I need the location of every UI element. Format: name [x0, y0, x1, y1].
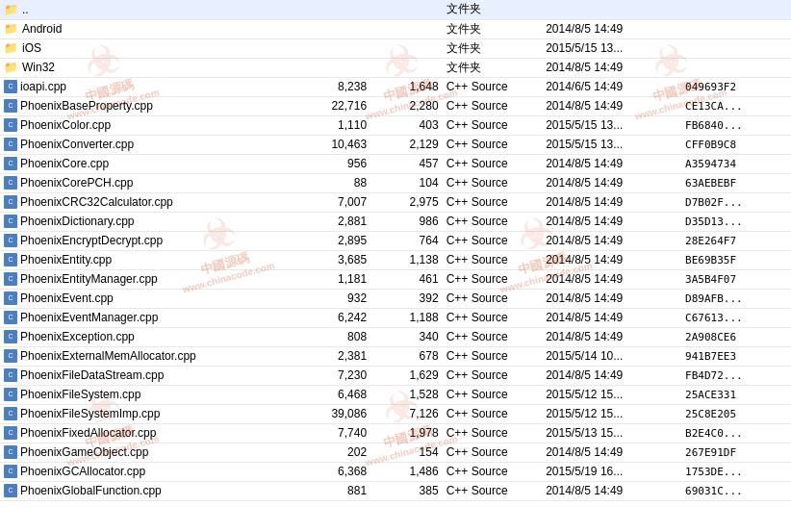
file-date-cell: 2014/8/5 14:49: [542, 443, 681, 462]
file-type-cell: 文件夹: [443, 38, 543, 58]
cpp-icon: C: [4, 80, 17, 93]
table-row[interactable]: CPhoenixEncryptDecrypt.cpp2,895764C++ So…: [0, 231, 791, 250]
file-date-cell: 2015/5/13 15...: [542, 423, 681, 443]
file-compressed-size-cell: 403: [370, 115, 443, 135]
file-size-cell: 1,110: [299, 115, 371, 135]
folder-icon: 📁: [4, 61, 18, 74]
file-size-cell: 808: [299, 327, 371, 346]
file-size-cell: 2,881: [299, 212, 371, 231]
file-name-cell: CPhoenixBaseProperty.cpp: [0, 96, 299, 115]
file-name: PhoenixFileSystem.cpp: [20, 388, 140, 401]
file-hash-cell: 25ACE331: [681, 385, 791, 404]
table-row[interactable]: CPhoenixFixedAllocator.cpp7,7401,978C++ …: [0, 423, 791, 443]
file-name-cell: CPhoenixExternalMemAllocator.cpp: [0, 346, 299, 366]
file-size-cell: 39,086: [299, 404, 371, 423]
table-row[interactable]: CPhoenixEventManager.cpp6,2421,188C++ So…: [0, 308, 791, 327]
table-row[interactable]: CPhoenixFileSystem.cpp6,4681,528C++ Sour…: [0, 385, 791, 404]
file-compressed-size-cell: 461: [370, 269, 443, 289]
file-compressed-size-cell: 1,188: [370, 308, 443, 327]
file-compressed-size-cell: 2,280: [370, 96, 443, 115]
table-row[interactable]: CPhoenixEntityManager.cpp1,181461C++ Sou…: [0, 269, 791, 289]
file-hash-cell: 25C8E205: [681, 404, 791, 423]
file-name: PhoenixCore.cpp: [20, 157, 109, 170]
file-date-cell: 2015/5/15 13...: [542, 135, 681, 154]
folder-icon: 📁: [4, 41, 18, 55]
file-size-cell: [299, 0, 371, 19]
table-row[interactable]: CPhoenixCRC32Calculator.cpp7,0072,975C++…: [0, 192, 791, 212]
file-name-cell: CPhoenixFixedAllocator.cpp: [0, 423, 299, 443]
table-row[interactable]: 📁..文件夹: [0, 0, 791, 19]
file-date-cell: 2014/8/5 14:49: [542, 58, 681, 77]
cpp-icon: C: [4, 234, 17, 247]
file-date-cell: 2014/8/5 14:49: [542, 231, 681, 250]
file-name: PhoenixException.cpp: [20, 330, 135, 343]
file-type-cell: C++ Source: [443, 481, 543, 500]
table-row[interactable]: CPhoenixExternalMemAllocator.cpp2,381678…: [0, 346, 791, 366]
file-size-cell: 956: [299, 154, 371, 173]
file-name-cell: 📁Win32: [0, 58, 299, 77]
file-date-cell: 2014/8/5 14:49: [542, 212, 681, 231]
file-size-cell: 3,685: [299, 250, 371, 269]
file-date-cell: 2014/8/5 14:49: [542, 96, 681, 115]
file-type-cell: C++ Source: [443, 327, 543, 346]
table-row[interactable]: CPhoenixCorePCH.cpp88104C++ Source2014/8…: [0, 173, 791, 192]
file-size-cell: 88: [299, 173, 371, 192]
file-date-cell: 2014/8/5 14:49: [542, 19, 681, 38]
file-name: Android: [22, 22, 62, 36]
file-size-cell: [299, 38, 371, 58]
file-name: PhoenixExternalMemAllocator.cpp: [20, 349, 196, 363]
file-compressed-size-cell: 1,648: [370, 77, 443, 96]
file-compressed-size-cell: 385: [370, 481, 443, 500]
file-compressed-size-cell: 678: [370, 346, 443, 366]
file-type-cell: C++ Source: [443, 192, 543, 212]
table-row[interactable]: CPhoenixFileSystemImp.cpp39,0867,126C++ …: [0, 404, 791, 423]
file-name-cell: CPhoenixEventManager.cpp: [0, 308, 299, 327]
cpp-icon: C: [4, 157, 17, 170]
file-name: PhoenixEntityManager.cpp: [20, 272, 158, 286]
file-compressed-size-cell: 764: [370, 231, 443, 250]
table-row[interactable]: CPhoenixDictionary.cpp2,881986C++ Source…: [0, 212, 791, 231]
file-name: ..: [22, 3, 29, 16]
cpp-icon: C: [4, 426, 17, 440]
table-row[interactable]: Cioapi.cpp8,2381,648C++ Source2014/6/5 1…: [0, 77, 791, 96]
file-name-cell: CPhoenixFileDataStream.cpp: [0, 366, 299, 385]
cpp-icon: C: [4, 291, 17, 305]
file-type-cell: C++ Source: [443, 231, 543, 250]
table-row[interactable]: CPhoenixConverter.cpp10,4632,129C++ Sour…: [0, 135, 791, 154]
cpp-icon: C: [4, 311, 17, 324]
file-type-cell: 文件夹: [443, 19, 543, 38]
file-size-cell: 881: [299, 481, 371, 500]
file-compressed-size-cell: 7,126: [370, 404, 443, 423]
file-compressed-size-cell: 340: [370, 327, 443, 346]
table-row[interactable]: CPhoenixException.cpp808340C++ Source201…: [0, 327, 791, 346]
table-row[interactable]: CPhoenixBaseProperty.cpp22,7162,280C++ S…: [0, 96, 791, 115]
file-name: PhoenixBaseProperty.cpp: [20, 99, 153, 113]
file-hash-cell: 2A908CE6: [681, 327, 791, 346]
file-date-cell: 2014/6/5 14:49: [542, 77, 681, 96]
file-compressed-size-cell: [370, 58, 443, 77]
table-row[interactable]: CPhoenixEvent.cpp932392C++ Source2014/8/…: [0, 289, 791, 308]
file-date-cell: 2015/5/12 15...: [542, 404, 681, 423]
file-compressed-size-cell: [370, 0, 443, 19]
table-row[interactable]: CPhoenixCore.cpp956457C++ Source2014/8/5…: [0, 154, 791, 173]
file-hash-cell: 3A5B4F07: [681, 269, 791, 289]
table-row[interactable]: 📁Win32文件夹2014/8/5 14:49: [0, 58, 791, 77]
table-row[interactable]: CPhoenixGameObject.cpp202154C++ Source20…: [0, 443, 791, 462]
file-name-cell: CPhoenixEntity.cpp: [0, 250, 299, 269]
table-row[interactable]: CPhoenixFileDataStream.cpp7,2301,629C++ …: [0, 366, 791, 385]
table-row[interactable]: CPhoenixEntity.cpp3,6851,138C++ Source20…: [0, 250, 791, 269]
table-row[interactable]: 📁iOS文件夹2015/5/15 13...: [0, 38, 791, 58]
table-row[interactable]: CPhoenixGCAllocator.cpp6,3681,486C++ Sou…: [0, 462, 791, 481]
table-row[interactable]: CPhoenixColor.cpp1,110403C++ Source2015/…: [0, 115, 791, 135]
file-type-cell: 文件夹: [443, 58, 543, 77]
file-date-cell: 2015/5/15 13...: [542, 115, 681, 135]
file-name-cell: CPhoenixGameObject.cpp: [0, 443, 299, 462]
file-type-cell: C++ Source: [443, 308, 543, 327]
file-name-cell: CPhoenixCorePCH.cpp: [0, 173, 299, 192]
file-size-cell: [299, 19, 371, 38]
file-hash-cell: 1753DE...: [681, 462, 791, 481]
table-row[interactable]: CPhoenixGlobalFunction.cpp881385C++ Sour…: [0, 481, 791, 500]
file-name-cell: CPhoenixFileSystem.cpp: [0, 385, 299, 404]
table-row[interactable]: 📁Android文件夹2014/8/5 14:49: [0, 19, 791, 38]
file-name: PhoenixFileSystemImp.cpp: [20, 407, 160, 420]
